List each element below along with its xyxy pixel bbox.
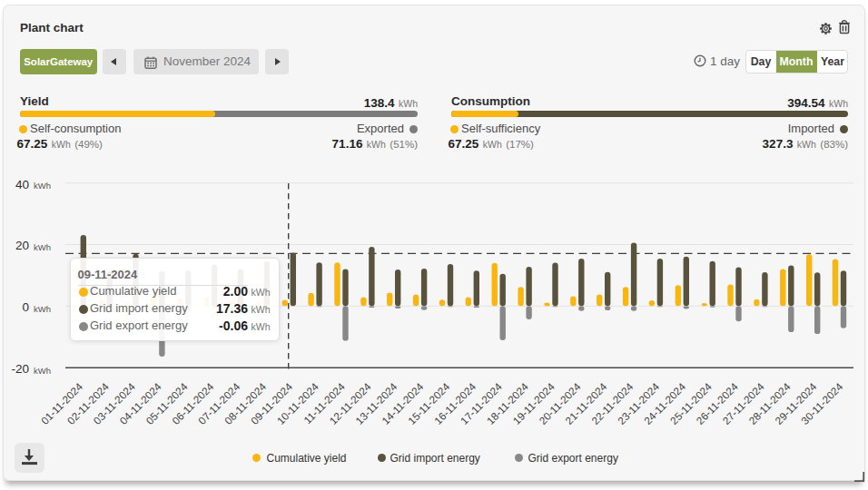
svg-text:0: 0 (22, 300, 29, 314)
svg-text:40: 40 (15, 178, 29, 191)
svg-text:20: 20 (15, 239, 29, 252)
svg-text:kWh: kWh (34, 181, 51, 191)
svg-text:-20: -20 (11, 362, 29, 376)
svg-text:kWh: kWh (34, 366, 51, 376)
svg-text:kWh: kWh (34, 304, 51, 314)
svg-text:kWh: kWh (34, 242, 51, 252)
